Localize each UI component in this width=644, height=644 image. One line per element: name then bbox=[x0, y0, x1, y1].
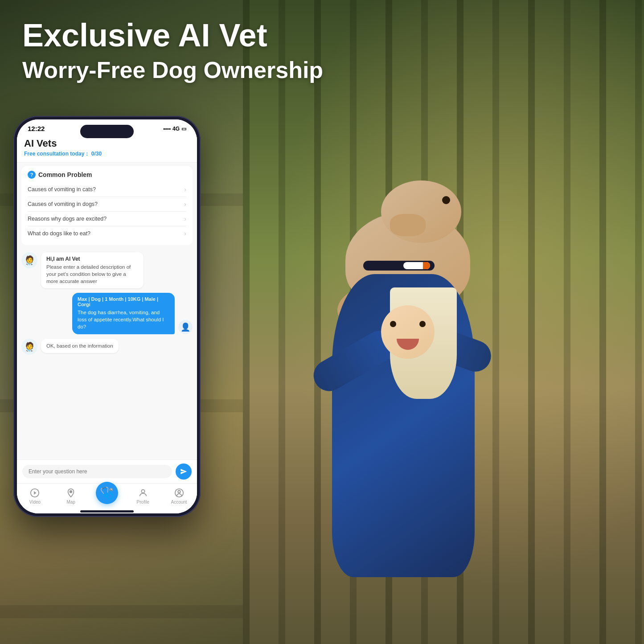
dog-collar bbox=[363, 261, 435, 271]
problem-item-1[interactable]: Causes of vomiting in cats? › bbox=[28, 182, 186, 197]
common-problems-section: ? Common Problem Causes of vomiting in c… bbox=[21, 166, 193, 245]
tab-account-icon bbox=[173, 487, 185, 499]
vet-avatar-1: 🧑‍⚕️ bbox=[21, 252, 37, 268]
vet-avatar-2: 🧑‍⚕️ bbox=[21, 339, 37, 355]
tab-ai-vet-icon: 🩺 bbox=[96, 482, 118, 504]
status-time: 12:22 bbox=[28, 125, 45, 132]
chat-area: 🧑‍⚕️ Hi,I am AI Vet Please enter a detai… bbox=[17, 249, 197, 358]
app-title: AI Vets bbox=[24, 138, 190, 149]
person-eye-left bbox=[390, 321, 396, 327]
header-title: Exclusive AI Vet bbox=[22, 18, 323, 53]
problem-item-4[interactable]: What do dogs like to eat? › bbox=[28, 226, 186, 241]
photo-scene bbox=[243, 0, 644, 644]
collar-stripe bbox=[423, 262, 430, 269]
common-problems-header: ? Common Problem bbox=[28, 171, 186, 179]
svg-marker-1 bbox=[34, 491, 37, 494]
tab-profile[interactable]: Profile bbox=[125, 487, 161, 505]
chat-input[interactable] bbox=[22, 465, 172, 478]
status-icons: ▪▪▪▪ 4G ▭ bbox=[163, 126, 186, 132]
tab-account-label: Account bbox=[171, 500, 187, 505]
vet-name: Hi,I am AI Vet bbox=[46, 256, 138, 262]
phone-inner: 12:22 ▪▪▪▪ 4G ▭ AI Vets Free consultatio… bbox=[17, 119, 197, 513]
collar-device bbox=[403, 262, 430, 269]
vet-greeting-bubble: 🧑‍⚕️ Hi,I am AI Vet Please enter a detai… bbox=[21, 252, 193, 288]
tab-map-icon bbox=[65, 487, 77, 499]
person-eye-right bbox=[419, 321, 426, 327]
svg-point-2 bbox=[70, 491, 72, 493]
user-pet-tag: Max | Dog | 1 Month | 10KG | Male | Corg… bbox=[78, 296, 169, 307]
consult-count: 0/30 bbox=[91, 151, 102, 157]
tab-map-label: Map bbox=[66, 500, 75, 505]
phone-container: 12:22 ▪▪▪▪ 4G ▭ AI Vets Free consultatio… bbox=[13, 116, 201, 517]
tab-profile-label: Profile bbox=[137, 500, 149, 505]
send-icon bbox=[180, 468, 187, 475]
person-face bbox=[381, 305, 435, 359]
user-message-text: The dog has diarrhea, vomiting, and loss… bbox=[78, 309, 169, 330]
problem-item-3[interactable]: Reasons why dogs are excited? › bbox=[28, 212, 186, 226]
person-mouth bbox=[397, 339, 419, 350]
tab-bar: Video Map 🩺 bbox=[17, 483, 197, 513]
tab-map[interactable]: Map bbox=[53, 487, 89, 505]
user-message-bubble: Max | Dog | 1 Month | 10KG | Male | Corg… bbox=[21, 293, 193, 334]
dog-head bbox=[381, 180, 461, 243]
photo-area bbox=[243, 0, 644, 644]
common-problems-title: Common Problem bbox=[38, 171, 92, 178]
dog-snout bbox=[390, 214, 426, 236]
tab-video-icon bbox=[29, 487, 41, 499]
user-avatar: 👤 bbox=[178, 320, 193, 334]
chevron-icon-2: › bbox=[184, 201, 186, 208]
chevron-icon-4: › bbox=[184, 230, 186, 237]
input-bar bbox=[17, 459, 197, 483]
svg-point-5 bbox=[178, 491, 180, 493]
header-section: Exclusive AI Vet Worry-Free Dog Ownershi… bbox=[22, 18, 323, 83]
chevron-icon-1: › bbox=[184, 186, 186, 193]
vet-response-text: OK, based on the information bbox=[46, 342, 113, 349]
tab-account[interactable]: Account bbox=[161, 487, 197, 505]
vet-response-content: OK, based on the information bbox=[41, 339, 119, 353]
scroll-content[interactable]: ? Common Problem Causes of vomiting in c… bbox=[17, 163, 197, 459]
tab-video[interactable]: Video bbox=[17, 487, 53, 505]
phone-screen: 12:22 ▪▪▪▪ 4G ▭ AI Vets Free consultatio… bbox=[17, 119, 197, 513]
free-consult: Free consultation today： 0/30 bbox=[24, 150, 190, 158]
tab-profile-icon bbox=[137, 487, 149, 499]
user-message-content: Max | Dog | 1 Month | 10KG | Male | Corg… bbox=[72, 293, 175, 334]
phone-frame: 12:22 ▪▪▪▪ 4G ▭ AI Vets Free consultatio… bbox=[13, 116, 201, 517]
battery-icon: ▭ bbox=[181, 126, 186, 132]
question-icon: ? bbox=[28, 171, 36, 179]
vet-response-bubble: 🧑‍⚕️ OK, based on the information bbox=[21, 339, 193, 355]
chevron-icon-3: › bbox=[184, 215, 186, 222]
signal-icon: ▪▪▪▪ bbox=[163, 126, 171, 132]
home-indicator bbox=[80, 510, 134, 513]
vet-greeting-content: Hi,I am AI Vet Please enter a detailed d… bbox=[41, 252, 144, 288]
tab-ai-vet[interactable]: 🩺 bbox=[89, 487, 125, 505]
person-dog-figure bbox=[301, 176, 506, 577]
dog-eye bbox=[442, 196, 450, 204]
dynamic-island bbox=[80, 125, 134, 138]
header-subtitle: Worry-Free Dog Ownership bbox=[22, 57, 323, 83]
app-header: AI Vets Free consultation today： 0/30 bbox=[17, 134, 197, 163]
tab-video-label: Video bbox=[29, 500, 41, 505]
vet-message: Please enter a detailed description of y… bbox=[46, 263, 138, 285]
problem-item-2[interactable]: Causes of vomiting in dogs? › bbox=[28, 197, 186, 212]
send-button[interactable] bbox=[176, 464, 192, 480]
network-label: 4G bbox=[172, 126, 180, 132]
svg-point-3 bbox=[141, 490, 144, 493]
